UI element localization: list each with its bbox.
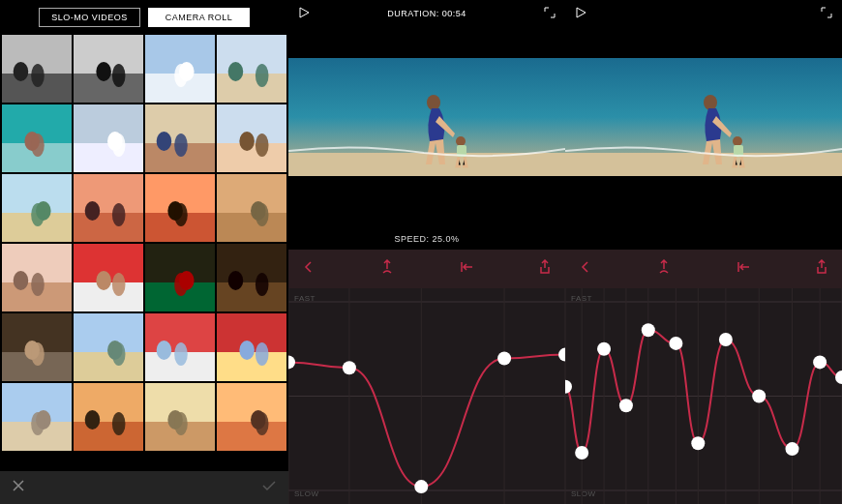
- tab-slomo[interactable]: SLO-MO VIDEOS: [39, 8, 140, 27]
- svg-point-67: [31, 342, 45, 366]
- gallery-bottom-bar: [0, 471, 288, 504]
- svg-point-111: [288, 355, 295, 369]
- svg-point-78: [239, 341, 255, 360]
- share-icon[interactable]: [536, 259, 554, 279]
- svg-point-19: [31, 133, 45, 157]
- svg-point-121: [733, 136, 742, 146]
- svg-point-51: [31, 273, 45, 296]
- svg-point-3: [31, 64, 45, 87]
- play-icon[interactable]: [298, 7, 310, 20]
- svg-rect-37: [74, 213, 143, 242]
- thumbnail[interactable]: [217, 383, 286, 451]
- editor-toolbar: [288, 250, 565, 288]
- svg-point-39: [112, 203, 126, 226]
- thumbnail[interactable]: [217, 35, 286, 103]
- svg-point-120: [704, 95, 717, 110]
- editor-panel-b: DURATION: 00:54: [288, 0, 565, 504]
- svg-point-142: [642, 323, 655, 337]
- svg-point-14: [228, 62, 244, 81]
- editor-top-bar: DURATION: 00:54: [288, 0, 565, 27]
- thumbnail[interactable]: [145, 383, 215, 451]
- svg-rect-21: [74, 143, 143, 172]
- thumbnail[interactable]: [2, 35, 72, 103]
- thumbnail[interactable]: [74, 174, 143, 242]
- svg-point-139: [575, 446, 588, 460]
- back-icon[interactable]: [300, 260, 317, 278]
- expand-icon[interactable]: [821, 7, 832, 20]
- svg-point-149: [835, 371, 842, 384]
- svg-point-23: [112, 133, 126, 157]
- thumbnail[interactable]: [74, 313, 143, 381]
- thumbnail[interactable]: [217, 104, 286, 172]
- svg-rect-69: [74, 352, 143, 381]
- confirm-icon[interactable]: [261, 479, 277, 496]
- svg-point-43: [174, 203, 188, 226]
- thumbnail[interactable]: [2, 104, 72, 172]
- video-preview[interactable]: [288, 27, 565, 207]
- svg-point-2: [14, 62, 29, 81]
- speed-graph[interactable]: FAST SLOW: [565, 288, 842, 504]
- thumbnail[interactable]: [2, 174, 72, 242]
- jump-start-icon[interactable]: [458, 260, 475, 278]
- thumbnail[interactable]: [145, 174, 215, 242]
- svg-rect-13: [217, 74, 286, 103]
- insert-point-icon[interactable]: [378, 259, 396, 279]
- svg-point-35: [31, 203, 45, 226]
- svg-point-38: [85, 201, 101, 221]
- svg-rect-116: [565, 27, 842, 58]
- thumbnail[interactable]: [74, 35, 143, 103]
- svg-point-47: [256, 203, 269, 226]
- svg-point-148: [813, 355, 827, 369]
- jump-start-icon[interactable]: [735, 260, 752, 278]
- svg-point-59: [174, 273, 188, 296]
- svg-point-30: [239, 132, 255, 151]
- thumbnail[interactable]: [145, 35, 215, 103]
- video-preview[interactable]: [565, 27, 842, 207]
- svg-point-63: [256, 273, 269, 296]
- thumbnail[interactable]: [74, 104, 143, 172]
- thumbnail[interactable]: [145, 244, 215, 311]
- thumbnail[interactable]: [145, 313, 215, 381]
- thumbnail[interactable]: [2, 313, 72, 381]
- svg-point-75: [174, 342, 188, 366]
- close-icon[interactable]: [12, 479, 25, 496]
- svg-point-62: [228, 271, 244, 290]
- expand-icon[interactable]: [544, 7, 556, 20]
- svg-rect-61: [217, 282, 286, 311]
- svg-point-87: [112, 412, 126, 435]
- svg-point-79: [256, 342, 269, 366]
- svg-point-7: [112, 64, 126, 87]
- thumbnail[interactable]: [74, 383, 143, 451]
- svg-point-86: [85, 410, 101, 430]
- tab-cameraroll[interactable]: CAMERA ROLL: [148, 8, 250, 27]
- thumbnail[interactable]: [217, 313, 286, 381]
- svg-point-54: [96, 271, 111, 290]
- thumbnail[interactable]: [2, 383, 72, 451]
- svg-point-71: [112, 342, 126, 366]
- svg-point-11: [174, 64, 188, 87]
- thumbnail[interactable]: [145, 104, 215, 172]
- svg-point-74: [157, 341, 172, 360]
- thumbnail[interactable]: [217, 174, 286, 242]
- svg-point-91: [174, 412, 188, 435]
- gallery-panel: SLO-MO VIDEOS CAMERA ROLL: [0, 0, 288, 504]
- svg-rect-96: [288, 27, 565, 58]
- svg-point-114: [497, 352, 511, 366]
- thumbnail[interactable]: [74, 244, 143, 311]
- thumbnail[interactable]: [2, 244, 72, 311]
- svg-point-146: [752, 390, 766, 403]
- svg-point-143: [669, 337, 682, 350]
- svg-point-101: [456, 136, 466, 146]
- back-icon[interactable]: [577, 260, 594, 278]
- thumbnail[interactable]: [217, 244, 286, 311]
- svg-point-141: [619, 399, 633, 412]
- share-icon[interactable]: [813, 259, 830, 279]
- insert-point-icon[interactable]: [655, 259, 673, 279]
- svg-point-6: [96, 62, 111, 81]
- svg-point-31: [256, 133, 269, 157]
- svg-point-112: [343, 361, 356, 374]
- svg-point-144: [691, 436, 705, 450]
- play-icon[interactable]: [575, 7, 586, 20]
- speed-graph[interactable]: FAST SLOW: [288, 288, 565, 504]
- svg-point-115: [558, 348, 565, 362]
